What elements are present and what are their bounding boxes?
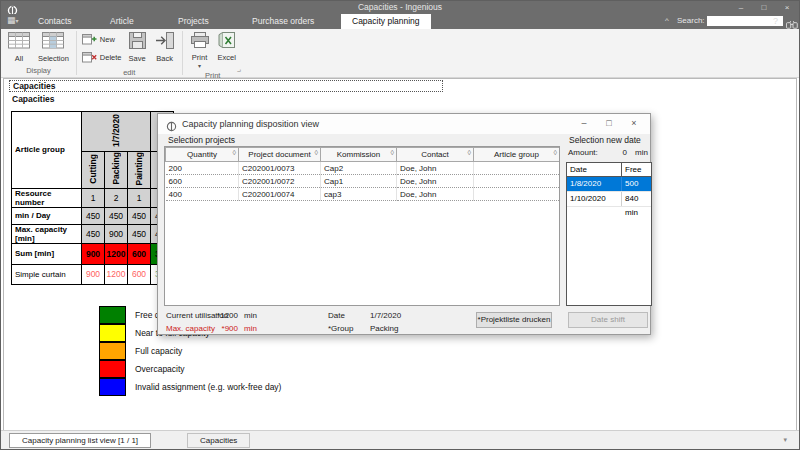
cell: 450 <box>128 207 151 224</box>
save-floppy-icon <box>128 32 147 51</box>
date-row-selected[interactable]: 1/8/2020 500 min <box>567 177 651 192</box>
dialog-minimize-button[interactable]: – <box>572 115 596 132</box>
sort-filter-icon[interactable]: ◊ <box>315 149 318 156</box>
selection-projects-label: Selection projects <box>166 135 237 145</box>
date-header: 1/7/2020 <box>82 112 151 152</box>
tab-projects[interactable]: Projects <box>167 14 220 29</box>
table-row-article: Simple curtain 900 1200 600 300 <box>12 264 174 284</box>
excel-button[interactable]: Excel <box>214 30 240 64</box>
max-capacity-unit: min <box>244 324 257 333</box>
table-row-sum: Sum [min] 900 1200 600 300 <box>12 243 174 264</box>
printer-icon <box>190 32 210 50</box>
back-door-icon <box>155 32 175 51</box>
projects-header-row: Quantity◊ Project document◊ Kommission◊ … <box>166 148 560 162</box>
dialog-maximize-button[interactable]: □ <box>597 115 621 132</box>
table-row: Max. capacity [min] 450 900 450 450 <box>12 224 174 243</box>
print-button[interactable]: Print ▾ <box>186 30 214 70</box>
legend-swatch-orange <box>99 342 126 360</box>
sort-filter-icon[interactable]: ◊ <box>233 149 236 156</box>
dialog-title-bar[interactable]: Capacity planning disposition view – □ × <box>158 114 650 134</box>
sort-filter-icon[interactable]: ◊ <box>554 149 557 156</box>
app-window: Capacities - Ingenious – □ × ▦▾ Contacts… <box>0 0 800 450</box>
new-button[interactable]: New <box>82 32 122 47</box>
all-button[interactable]: All <box>4 30 34 65</box>
cell: 1 <box>82 188 105 207</box>
sort-filter-icon[interactable]: ◊ <box>391 149 394 156</box>
capacity-planning-dialog: Capacity planning disposition view – □ ×… <box>157 113 651 335</box>
current-utilisation-value: *1200 <box>210 311 238 320</box>
back-button[interactable]: Back <box>151 30 179 65</box>
search-input[interactable] <box>707 16 783 26</box>
view-tab-capacities[interactable]: Capacities <box>187 433 250 448</box>
project-row[interactable]: 400 C202001/0074 cap3 Doe, John <box>166 188 560 201</box>
col-contact[interactable]: Contact◊ <box>397 148 474 162</box>
tab-contacts[interactable]: Contacts <box>27 14 83 29</box>
new-icon <box>82 32 97 47</box>
new-date-header-row: Date Free <box>567 163 651 177</box>
search-label: Search: <box>677 16 705 25</box>
corner-header: Article group <box>12 112 82 189</box>
legend-item: Full capacity <box>99 342 281 360</box>
legend-item: Overcapacity <box>99 360 281 378</box>
tab-capacity-planning[interactable]: Capacity planning <box>341 14 431 29</box>
legend-swatch-red <box>99 360 126 378</box>
excel-icon <box>218 32 236 50</box>
col-article-group[interactable]: Article group◊ <box>474 148 560 162</box>
col-free[interactable]: Free <box>622 163 651 176</box>
ribbon-group-label-display: Display <box>4 65 73 77</box>
footer-group-label: *Group <box>328 324 353 333</box>
sum-cell: 1200 <box>105 243 128 264</box>
col-quantity[interactable]: Quantity◊ <box>166 148 239 162</box>
sum-cell: 900 <box>82 243 105 264</box>
help-icon[interactable]: ? <box>773 16 778 26</box>
menu-caret-icon: ▾ <box>16 18 19 24</box>
cell: 450 <box>82 224 105 243</box>
amount-unit: min <box>635 148 648 157</box>
sort-filter-icon[interactable]: ◊ <box>468 149 471 156</box>
col-project-document[interactable]: Project document◊ <box>239 148 321 162</box>
window-title: Capacities - Ingenious <box>1 2 799 12</box>
amount-value: 0 <box>613 148 627 157</box>
ribbon: All Selection Display New <box>1 29 799 78</box>
sum-cell: 600 <box>128 243 151 264</box>
col-kommission[interactable]: Kommission◊ <box>321 148 397 162</box>
sheet-title-selected[interactable]: Capacities <box>9 80 443 92</box>
window-minimize-button[interactable]: – <box>731 1 751 14</box>
footer-date-value: 1/7/2020 <box>370 311 401 320</box>
selection-button[interactable]: Selection <box>34 30 73 65</box>
window-maximize-button[interactable]: □ <box>754 1 774 14</box>
projektliste-drucken-button[interactable]: *Projektliste drucken <box>476 312 552 328</box>
legend-swatch-yellow <box>99 324 126 342</box>
table-row: Resource number 1 2 1 1 <box>12 188 174 207</box>
project-row[interactable]: 200 C202001/0073 Cap2 Doe, John <box>166 162 560 175</box>
sheet-title: Capacities <box>12 94 55 104</box>
project-row[interactable]: 600 C202001/0072 Cap1 Doe, John <box>166 175 560 188</box>
view-tab-capacity-planning-list[interactable]: Capacity planning list view [1 / 1] <box>9 433 151 448</box>
column-header: Cutting <box>82 152 105 189</box>
window-close-button[interactable]: × <box>777 1 797 14</box>
col-date[interactable]: Date <box>567 163 622 176</box>
column-header: Painting <box>128 152 151 189</box>
selection-table-icon <box>42 32 64 51</box>
cell: 450 <box>128 224 151 243</box>
menu-grid-icon[interactable]: ▦▾ <box>7 15 19 25</box>
delete-button[interactable]: Delete <box>82 50 122 65</box>
amount-label: Amount: <box>568 148 598 157</box>
selection-new-date-label: Selection new date <box>567 135 643 145</box>
print-dropdown-icon[interactable]: ▾ <box>198 64 201 68</box>
cell: 900 <box>82 264 105 284</box>
print-group-launcher-icon[interactable]: ⌐ <box>237 68 241 75</box>
date-row[interactable]: 1/10/2020 840 min <box>567 192 651 207</box>
tab-article[interactable]: Article <box>99 14 145 29</box>
tab-purchase-orders[interactable]: Purchase orders <box>241 14 325 29</box>
cell: 1200 <box>105 264 128 284</box>
date-shift-button[interactable]: Date shift <box>568 312 648 328</box>
dialog-title: Capacity planning disposition view <box>182 119 319 129</box>
save-button[interactable]: Save <box>124 30 151 65</box>
ribbon-collapse-icon[interactable]: ^ <box>665 16 669 25</box>
capacity-table: Article group 1/7/2020 Cutting Packing P… <box>11 111 174 285</box>
projects-grid: Quantity◊ Project document◊ Kommission◊ … <box>164 146 560 306</box>
max-capacity-value: *900 <box>210 324 238 333</box>
tab-overflow-icon[interactable]: ▾ <box>783 436 787 444</box>
dialog-close-button[interactable]: × <box>622 115 646 132</box>
